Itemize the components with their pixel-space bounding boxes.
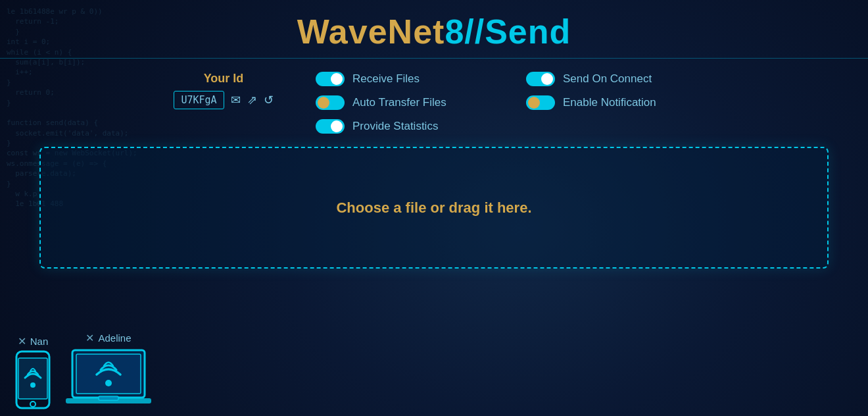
toggle-label-auto-transfer: Auto Transfer Files	[352, 96, 446, 109]
controls-row: Your Id U7KFgA ✉ ⇗ ↺ Receive Files Auto …	[0, 59, 868, 147]
main-content: WaveNet8//Send Your Id U7KFgA ✉ ⇗ ↺ Rece…	[0, 0, 868, 416]
dropzone[interactable]: Choose a file or drag it here.	[39, 147, 829, 269]
toggle-label-provide-statistics: Provide Statistics	[352, 120, 438, 133]
svg-rect-5	[76, 354, 141, 394]
toggle-knob-auto-transfer	[318, 97, 329, 109]
toggle-knob-enable-notification	[528, 97, 540, 109]
share-icon[interactable]: ⇗	[247, 93, 257, 107]
device-nan-close[interactable]: ✕	[18, 335, 26, 348]
id-row: U7KFgA ✉ ⇗ ↺	[174, 91, 273, 109]
toggle-knob-receive-files	[331, 73, 343, 85]
toggle-knob-send-on-connect	[541, 73, 553, 85]
device-adeline-name: Adeline	[98, 332, 131, 344]
svg-point-2	[30, 382, 36, 388]
title-wave-part: WaveNet	[297, 13, 445, 51]
app-header: WaveNet8//Send	[0, 0, 868, 59]
your-id-section: Your Id U7KFgA ✉ ⇗ ↺	[158, 72, 289, 109]
toggle-knob-provide-statistics	[331, 120, 343, 132]
id-value: U7KFgA	[174, 91, 224, 109]
dropzone-container: Choose a file or drag it here.	[39, 147, 829, 269]
device-adeline-header: ✕ Adeline	[85, 332, 131, 344]
toggle-receive-files[interactable]: Receive Files	[316, 72, 500, 86]
svg-point-3	[30, 402, 36, 407]
toggle-send-on-connect[interactable]: Send On Connect	[526, 72, 710, 86]
device-nan-header: ✕ Nan	[18, 335, 49, 348]
toggle-provide-statistics[interactable]: Provide Statistics	[316, 119, 500, 134]
refresh-icon[interactable]: ↺	[264, 93, 274, 107]
email-icon[interactable]: ✉	[231, 93, 241, 107]
devices-row: ✕ Nan ✕ Adeline	[13, 332, 151, 409]
toggles-left: Receive Files Auto Transfer Files Provid…	[316, 72, 500, 134]
svg-rect-1	[18, 358, 47, 399]
device-nan: ✕ Nan	[13, 335, 53, 409]
dropzone-text: Choose a file or drag it here.	[336, 199, 531, 217]
svg-point-6	[105, 380, 112, 386]
toggle-label-send-on-connect: Send On Connect	[563, 72, 652, 86]
phone-icon-nan	[13, 350, 53, 409]
device-adeline: ✕ Adeline	[66, 332, 151, 409]
title-net-part: 8//Send	[445, 13, 571, 51]
laptop-icon-adeline	[66, 347, 151, 409]
app-title: WaveNet8//Send	[0, 12, 868, 51]
your-id-label: Your Id	[204, 72, 244, 86]
toggle-switch-receive-files[interactable]	[316, 72, 345, 86]
device-nan-name: Nan	[30, 336, 49, 347]
svg-rect-8	[99, 396, 118, 400]
toggle-switch-send-on-connect[interactable]	[526, 72, 555, 86]
toggle-switch-provide-statistics[interactable]	[316, 119, 345, 134]
device-adeline-close[interactable]: ✕	[85, 332, 94, 344]
toggles-right: Send On Connect Enable Notification	[526, 72, 710, 110]
toggle-enable-notification[interactable]: Enable Notification	[526, 95, 710, 110]
toggle-switch-enable-notification[interactable]	[526, 95, 555, 110]
toggle-label-receive-files: Receive Files	[352, 72, 420, 86]
toggle-label-enable-notification: Enable Notification	[563, 96, 656, 109]
toggle-switch-auto-transfer[interactable]	[316, 95, 345, 110]
toggle-auto-transfer[interactable]: Auto Transfer Files	[316, 95, 500, 110]
